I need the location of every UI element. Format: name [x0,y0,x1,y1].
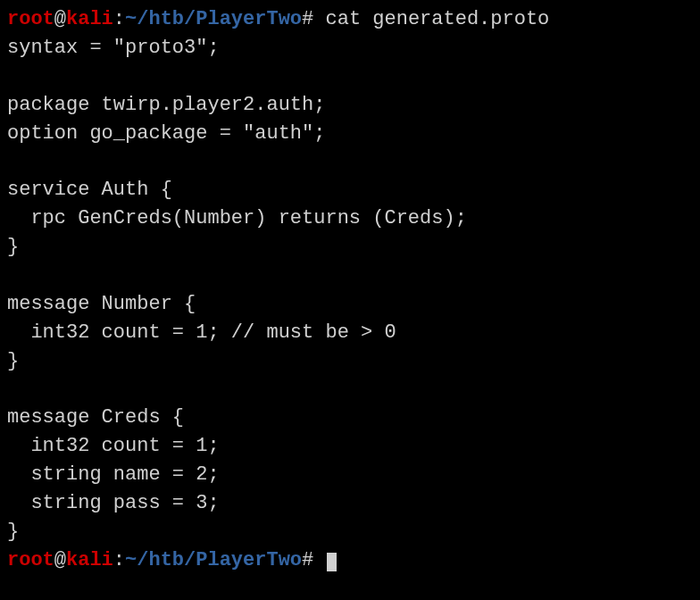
prompt-host: kali [66,8,113,30]
file-line-10: message Number { [7,290,693,319]
file-line-18: } [7,518,693,546]
file-line-8: } [7,233,693,262]
prompt-line-2[interactable]: root@kali:~/htb/PlayerTwo# [7,546,693,575]
prompt-host: kali [66,549,113,571]
file-line-16: string name = 2; [7,461,693,489]
file-line-12: } [7,347,693,376]
prompt-path: ~/htb/PlayerTwo [125,549,302,571]
file-line-6: service Auth { [7,176,693,204]
file-line-3: package twirp.player2.auth; [7,91,693,120]
file-line-2 [7,62,693,91]
prompt-colon: : [113,549,125,571]
command-text: cat generated.proto [313,8,549,30]
prompt-line-1: root@kali:~/htb/PlayerTwo# cat generated… [7,5,693,34]
prompt-at: @ [54,549,66,571]
file-line-13 [7,376,693,404]
file-line-4: option go_package = "auth"; [7,120,693,148]
prompt-path: ~/htb/PlayerTwo [125,8,302,30]
file-line-14: message Creds { [7,404,693,432]
file-line-7: rpc GenCreds(Number) returns (Creds); [7,204,693,233]
prompt-user: root [7,549,54,571]
file-line-9 [7,262,693,290]
terminal[interactable]: root@kali:~/htb/PlayerTwo# cat generated… [7,5,693,575]
cursor-icon [327,553,337,571]
prompt-hash: # [302,549,313,571]
file-line-11: int32 count = 1; // must be > 0 [7,319,693,347]
prompt-hash: # [302,8,313,30]
prompt-colon: : [113,8,125,30]
file-line-15: int32 count = 1; [7,432,693,461]
prompt-user: root [7,8,54,30]
file-line-17: string pass = 3; [7,489,693,518]
prompt-trailing [313,549,325,571]
prompt-at: @ [54,8,66,30]
file-line-5 [7,147,693,176]
file-line-1: syntax = "proto3"; [7,34,693,62]
